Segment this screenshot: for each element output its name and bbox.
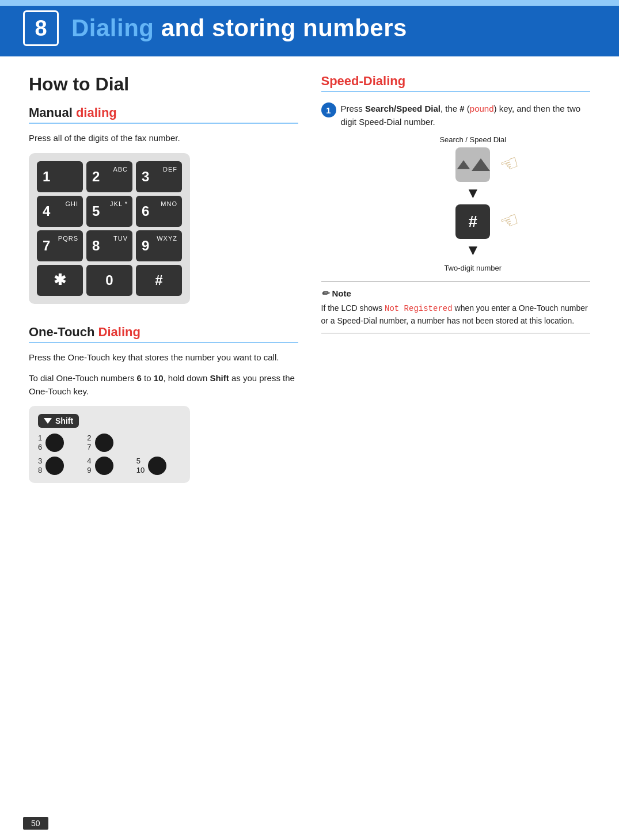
- key-hash-main: #: [155, 272, 162, 288]
- onetouch-num-6: 6: [137, 373, 142, 383]
- step-1-circle: 1: [321, 102, 336, 117]
- ot-bot-6: 6: [38, 443, 42, 452]
- ot-bot-7: 7: [87, 443, 91, 452]
- ot-label-3-8: 3 8: [38, 457, 42, 474]
- key-3-sub: DEF: [163, 166, 177, 173]
- sd-search-speed-dial-label: Search / Speed Dial: [439, 135, 506, 145]
- key-9-main: 9: [142, 238, 149, 254]
- ot-top-5: 5: [136, 457, 145, 466]
- ot-label-5-10: 5 10: [136, 457, 145, 474]
- svg-marker-0: [457, 160, 470, 169]
- step-1-row: 1 Press Search/Speed Dial, the # (pound)…: [321, 102, 591, 128]
- up-arrow-icon: [455, 156, 472, 173]
- ot-label-2-7: 2 7: [87, 434, 91, 451]
- ot-top-4: 4: [87, 457, 91, 466]
- ot-btn-2-7: [95, 434, 113, 452]
- header-title-plain: and storing numbers: [154, 14, 407, 41]
- onetouch-desc2: To dial One-Touch numbers 6 to 10, hold …: [29, 372, 298, 398]
- onetouch-panel: Shift 1 6 2 7: [29, 406, 190, 483]
- onetouch-shift-button: Shift: [38, 414, 79, 428]
- key-6: 6 MNO: [136, 196, 182, 227]
- key-8-main: 8: [92, 238, 100, 254]
- onetouch-shift-label: Shift: [210, 373, 229, 383]
- hand-pointer-2-icon: ☞: [497, 207, 522, 235]
- ot-btn-1-6: [45, 434, 64, 452]
- ot-label-1-6: 1 6: [38, 434, 42, 451]
- search-speed-dial-label: Search/Speed Dial: [365, 104, 440, 113]
- key-zero-main: 0: [105, 272, 113, 288]
- manual-dialing-desc: Press all of the digits of the fax numbe…: [29, 132, 298, 145]
- key-8: 8 TUV: [86, 230, 132, 261]
- step-1-text: Press Search/Speed Dial, the # (pound) k…: [341, 102, 591, 128]
- speed-dial-illustration: Search / Speed Dial ☞ ▼ # ☞ ▼: [356, 135, 591, 272]
- onetouch-subtitle: One-Touch Dialing: [29, 325, 298, 343]
- ot-bot-8: 8: [38, 466, 42, 475]
- ot-label-4-9: 4 9: [87, 457, 91, 474]
- key-2-main: 2: [92, 169, 100, 185]
- manual-dialing-label: Manual: [29, 105, 76, 120]
- down-arrow-indicator-2: ▼: [465, 241, 480, 259]
- onetouch-desc1: Press the One-Touch key that stores the …: [29, 351, 298, 364]
- shift-down-arrow-icon: [44, 418, 52, 424]
- pound-word: pound: [470, 104, 494, 113]
- key-hash: #: [136, 265, 182, 296]
- key-4: 4 GHI: [37, 196, 83, 227]
- key-5-main: 5: [92, 203, 100, 219]
- keypad: 1 2 ABC 3 DEF 4 GHI 5 JKL * 6 MNO: [29, 153, 190, 304]
- note-box: ✏ Note If the LCD shows Not Registered w…: [321, 282, 591, 333]
- note-label: Note: [332, 288, 351, 298]
- key-4-sub: GHI: [65, 200, 78, 207]
- key-9-sub: WXYZ: [157, 235, 177, 242]
- down-arrow-indicator-1: ▼: [465, 184, 480, 202]
- key-2: 2 ABC: [86, 161, 132, 192]
- header-top-bar: [0, 0, 619, 6]
- how-to-dial-title: How to Dial: [29, 74, 298, 95]
- ot-empty-1: [136, 434, 181, 452]
- onetouch-label: One-Touch: [29, 325, 98, 339]
- key-4-main: 4: [43, 203, 50, 219]
- onetouch-highlight: Dialing: [98, 325, 140, 339]
- page-header: 8 Dialing and storing numbers: [0, 0, 619, 56]
- header-title: Dialing and storing numbers: [71, 14, 407, 42]
- sd-two-digit-label: Two-digit number: [444, 264, 502, 272]
- main-content: How to Dial Manual dialing Press all of …: [0, 56, 619, 500]
- key-5: 5 JKL *: [86, 196, 132, 227]
- key-8-sub: TUV: [113, 235, 128, 242]
- sd-up-key-area: ☞: [455, 147, 490, 182]
- ot-key-5-10: 5 10: [136, 457, 181, 475]
- left-column: How to Dial Manual dialing Press all of …: [29, 74, 298, 483]
- key-star-main: ✱: [54, 271, 66, 289]
- key-7-sub: PQRS: [58, 235, 78, 242]
- pound-key-label: #: [459, 104, 464, 113]
- shift-label: Shift: [55, 416, 73, 425]
- manual-dialing-subtitle: Manual dialing: [29, 105, 298, 124]
- key-1-main: 1: [43, 169, 50, 185]
- ot-bot-9: 9: [87, 466, 91, 475]
- key-9: 9 WXYZ: [136, 230, 182, 261]
- ot-top-1: 1: [38, 434, 42, 443]
- ot-key-4-9: 4 9: [87, 457, 131, 475]
- sd-hash-key: #: [455, 204, 490, 239]
- note-text: If the LCD shows Not Registered when you…: [321, 302, 591, 327]
- ot-btn-4-9: [95, 457, 113, 475]
- onetouch-num-10: 10: [154, 373, 164, 383]
- chapter-badge: 8: [23, 10, 59, 46]
- key-3: 3 DEF: [136, 161, 182, 192]
- key-zero: 0: [86, 265, 132, 296]
- key-5-sub: JKL *: [110, 200, 128, 207]
- key-7: 7 PQRS: [37, 230, 83, 261]
- speed-dialing-title: Speed-Dialing: [321, 74, 591, 92]
- key-6-sub: MNO: [161, 200, 177, 207]
- ot-top-3: 3: [38, 457, 42, 466]
- ot-key-2-7: 2 7: [87, 434, 131, 452]
- ot-btn-3-8: [45, 457, 64, 475]
- hand-pointer-icon: ☞: [497, 150, 522, 178]
- header-title-highlight: Dialing: [71, 14, 154, 41]
- key-2-sub: ABC: [113, 166, 128, 173]
- key-3-main: 3: [142, 169, 149, 185]
- ot-key-1-6: 1 6: [38, 434, 82, 452]
- ot-btn-5-10: [148, 457, 166, 475]
- note-pencil-icon: ✏: [321, 288, 329, 299]
- page-number: 50: [23, 817, 48, 830]
- ot-bot-10: 10: [136, 466, 145, 475]
